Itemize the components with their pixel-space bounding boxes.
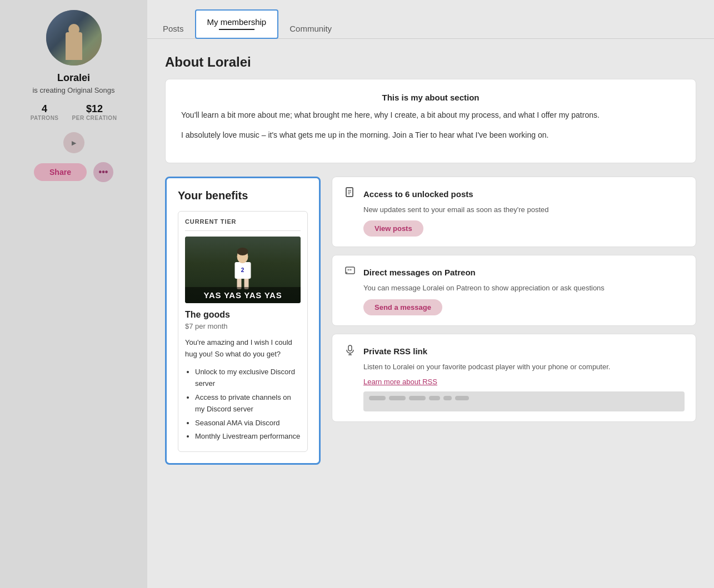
creator-subtitle: is creating Original Songs — [32, 86, 114, 94]
svg-text:2: 2 — [241, 267, 244, 273]
tab-my-membership[interactable]: My membership — [195, 9, 279, 39]
benefits-title: Your benefits — [178, 189, 308, 202]
more-options-button[interactable]: ••• — [93, 162, 113, 182]
benefits-row: Your benefits CURRENT TIER — [165, 177, 696, 465]
youtube-icon-button[interactable]: ▶ — [63, 132, 84, 153]
benefit-direct-messages: Direct messages on Patreon You can messa… — [332, 255, 696, 326]
microphone-icon — [343, 344, 357, 358]
view-posts-button[interactable]: View posts — [363, 220, 423, 237]
benefit-header-posts: Access to 6 unlocked posts — [343, 187, 685, 201]
document-icon — [343, 187, 357, 201]
rss-dot-1 — [369, 396, 386, 400]
message-icon — [343, 265, 357, 279]
list-item: Access to private channels on my Discord… — [195, 392, 301, 415]
list-item: Monthly Livestream performance — [195, 431, 301, 443]
tier-image-text: YAS YAS YAS YAS — [188, 290, 297, 300]
patrons-stat: 4 PATRONS — [31, 103, 59, 121]
per-creation-stat: $12 PER CREATION — [72, 103, 117, 121]
about-card: This is my about section You'll learn a … — [165, 79, 696, 163]
page-layout: Loralei is creating Original Songs 4 PAT… — [0, 0, 714, 588]
benefit-posts-title: Access to 6 unlocked posts — [363, 189, 473, 199]
rss-url-placeholder — [363, 391, 685, 411]
creator-name: Loralei — [57, 72, 90, 84]
per-creation-value: $12 — [72, 103, 117, 115]
benefit-posts-desc: New updates sent to your email as soon a… — [363, 204, 685, 215]
social-icons-row: ▶ — [63, 132, 84, 153]
share-button[interactable]: Share — [34, 163, 87, 181]
about-paragraph-2: I absolutely love music – it's what gets… — [181, 129, 680, 141]
avatar — [46, 10, 102, 66]
tier-image-figure: 2 — [231, 247, 256, 291]
benefit-rss: Private RSS link Listen to Loralei on yo… — [332, 334, 696, 423]
avatar-image — [46, 10, 102, 66]
svg-rect-12 — [348, 345, 352, 351]
rss-dot-6 — [455, 396, 469, 400]
sidebar: Loralei is creating Original Songs 4 PAT… — [0, 0, 147, 588]
list-item: Seasonal AMA via Discord — [195, 418, 301, 429]
send-message-button[interactable]: Send a message — [363, 299, 442, 315]
benefit-rss-title: Private RSS link — [363, 346, 427, 356]
list-item: Unlock to my exclusive Discord server — [195, 366, 301, 390]
rss-dot-5 — [443, 396, 452, 400]
svg-point-5 — [237, 248, 248, 255]
content-area: About Loralei This is my about section Y… — [147, 39, 714, 480]
right-benefits: Access to 6 unlocked posts New updates s… — [332, 177, 696, 423]
tab-community[interactable]: Community — [278, 17, 343, 39]
action-buttons-row: Share ••• — [34, 162, 113, 182]
rss-dot-2 — [389, 396, 406, 400]
tier-description: You're amazing and I wish I could hug yo… — [185, 337, 301, 360]
youtube-icon: ▶ — [72, 140, 76, 146]
benefit-header-dm: Direct messages on Patreon — [343, 265, 685, 279]
benefit-dm-desc: You can message Loralei on Patreon to sh… — [363, 283, 685, 294]
tier-label: CURRENT TIER — [185, 218, 301, 231]
patrons-value: 4 — [31, 103, 59, 115]
stats-row: 4 PATRONS $12 PER CREATION — [31, 103, 117, 121]
about-paragraph-1: You'll learn a bit more about me; what b… — [181, 109, 680, 121]
tab-posts[interactable]: Posts — [152, 17, 195, 39]
benefit-header-rss: Private RSS link — [343, 344, 685, 358]
tier-benefits-list: Unlock to my exclusive Discord server Ac… — [185, 366, 301, 443]
about-title: About Loralei — [165, 54, 696, 70]
main-content: Posts My membership Community About Lora… — [147, 0, 714, 588]
benefits-card: Your benefits CURRENT TIER — [165, 177, 321, 465]
rss-learn-more-link[interactable]: Learn more about RSS — [363, 378, 685, 386]
tier-name: The goods — [185, 310, 301, 320]
benefit-rss-desc: Listen to Loralei on your favorite podca… — [363, 361, 685, 373]
patrons-label: PATRONS — [31, 115, 59, 121]
tabs-bar: Posts My membership Community — [147, 0, 714, 39]
rss-bar — [363, 391, 685, 405]
benefit-unlocked-posts: Access to 6 unlocked posts New updates s… — [332, 177, 696, 248]
per-creation-label: PER CREATION — [72, 115, 117, 121]
tier-price: $7 per month — [185, 322, 301, 330]
rss-dot-3 — [409, 396, 426, 400]
tier-image-overlay: YAS YAS YAS YAS — [185, 287, 301, 303]
tier-card: CURRENT TIER 2 — [178, 211, 308, 452]
benefit-dm-title: Direct messages on Patreon — [363, 268, 476, 277]
about-section-title: This is my about section — [181, 93, 680, 102]
tier-image: 2 YAS YAS YAS YAS — [185, 237, 301, 303]
rss-dot-4 — [429, 396, 440, 400]
